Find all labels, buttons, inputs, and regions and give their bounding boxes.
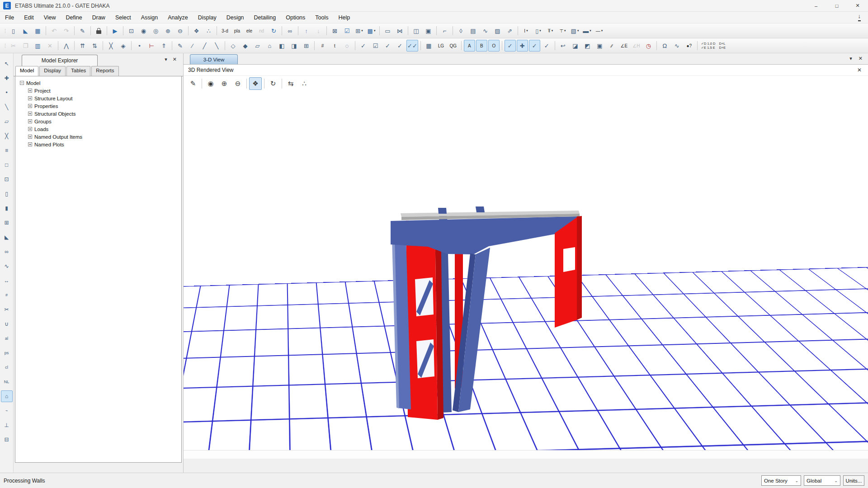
menu-detailing[interactable]: Detailing [249,13,281,23]
open-model-button[interactable]: ◣ [20,25,31,37]
explorer-tab-reports[interactable]: Reports [91,66,118,76]
move-joints-button[interactable]: ⇆ [284,77,297,90]
frame-hinge-button[interactable]: ⌐ [439,25,450,37]
window-1-button[interactable]: ⊞▾ [354,25,365,37]
rotate-3d-view-button[interactable]: ↻ [268,25,279,37]
menu-assign[interactable]: Assign [136,13,163,23]
menu-file[interactable]: File [0,13,19,23]
snap-point-button[interactable]: t [329,40,340,52]
download-update-icon[interactable]: ↓ [858,14,861,21]
move-points-button[interactable]: ⇅ [89,40,100,52]
rotate-3d-button[interactable]: ↻ [267,77,279,90]
axes-tool[interactable]: ⊥ [1,419,13,431]
undo-geometry-button[interactable]: ↩ [557,40,569,52]
viewport-3d[interactable] [184,90,868,450]
quick-frame-tool[interactable]: ▱ [1,116,13,127]
auto-refresh-button[interactable]: ◷ [643,40,654,52]
context-help-button[interactable]: ●? [684,40,695,52]
modal-button[interactable]: ∿ [671,40,683,52]
wireframe-tool[interactable]: ~ [1,405,13,417]
tree-item-structural-objects[interactable]: +Structural Objects [20,110,181,117]
expand-box-icon[interactable]: + [28,119,32,123]
menu-edit[interactable]: Edit [19,13,39,23]
quick-frame-button[interactable]: ╱ [199,40,210,52]
merge-points-button[interactable]: ⋀ [61,40,72,52]
secondary-beams-tool[interactable]: ≡ [1,145,13,156]
walkthrough-button[interactable]: ∴ [203,25,214,37]
snap-ends-button[interactable]: ✓ [358,40,369,52]
explorer-tab-tables[interactable]: Tables [66,66,90,76]
close-button[interactable]: ✕ [847,0,868,11]
view-elevation-button[interactable]: ele [244,25,255,37]
draw-braces-tool[interactable]: ╳ [1,130,13,142]
ref-line-button[interactable]: ⊢ [146,40,157,52]
line-section-button[interactable]: —▾ [594,25,605,37]
view-close-icon[interactable]: ✕ [857,67,863,73]
shear-wall-left[interactable] [406,221,438,420]
zoom-in-button[interactable]: ⊕ [218,77,231,90]
view-plan-button[interactable]: pla [231,25,243,37]
labels-a-button[interactable]: A [464,40,475,52]
display-options-button[interactable]: ☑ [341,25,353,37]
snap-planes-button[interactable]: ✓ [529,40,540,52]
cut-button[interactable]: ✂ [8,40,19,52]
grid-visibility-button[interactable]: ▦ [423,40,434,52]
draw-joint-button[interactable]: ✎ [175,40,186,52]
move-up-list-button[interactable]: ↑ [301,25,312,37]
model-explorer-title-tab[interactable]: Model Explorer [22,55,98,66]
tree-item-groups[interactable]: +Groups [20,117,181,125]
previous-zoom-button[interactable]: ◎ [150,25,161,37]
snap-edges-button[interactable]: ✓✓ [406,40,418,52]
snap-toggle-button[interactable]: ✓ [505,40,516,52]
frame-section-button[interactable]: I▾ [520,25,532,37]
snap-midpoints-button[interactable]: ☑ [370,40,381,52]
shaded-view-button[interactable]: ▩▾ [366,25,377,37]
measure-line-button[interactable]: ╳ [105,40,117,52]
label-clr-tool[interactable]: cl [1,361,13,373]
deck-section-button[interactable]: ▤ [467,25,479,37]
ref-point-button[interactable]: • [134,40,145,52]
angle-e-button[interactable]: ∠E [618,40,630,52]
measure-area-button[interactable]: ◈ [118,40,129,52]
load-combo-button[interactable]: D+LD+E [718,40,730,52]
quick-floor-button[interactable]: ◆ [240,40,251,52]
draw-link-tool[interactable]: ∞ [1,246,13,258]
pier-label-button[interactable]: ◊ [455,25,467,37]
menu-display[interactable]: Display [193,13,222,23]
beam-stub-right[interactable] [476,206,485,212]
menu-analyze[interactable]: Analyze [163,13,193,23]
tree-item-model[interactable]: −Model [20,79,181,87]
draw-grid-tool[interactable]: # [1,289,13,301]
select-object-button[interactable]: ⊠ [329,25,340,37]
extrude-points-button[interactable]: ◫ [410,25,422,37]
draw-dimension-tool[interactable]: ↔ [1,275,13,286]
snap-intersections-button[interactable]: ✓ [382,40,393,52]
tee-section-button[interactable]: Ŧ▾ [545,25,556,37]
pen-tool-button[interactable]: ✎ [187,77,199,90]
expand-box-icon[interactable]: + [28,135,32,139]
menu-select[interactable]: Select [110,13,136,23]
snap-perpendicular-button[interactable]: ✓ [394,40,406,52]
wall-panel-button[interactable]: ▨ [492,25,503,37]
slab-ribbed-button[interactable]: ◪ [570,40,581,52]
draw-ramp-tool[interactable]: ◣ [1,231,13,243]
redo-button[interactable]: ↷ [61,25,72,37]
snap-grid-button[interactable]: # [317,40,328,52]
snap-axes-button[interactable]: ✚ [517,40,528,52]
quick-floor-tool[interactable]: ⊡ [1,174,13,185]
menu-help[interactable]: Help [334,13,355,23]
draw-wall-button[interactable]: ◧ [276,40,288,52]
pan-button[interactable]: ❖ [191,25,202,37]
zoom-out-button[interactable]: ⊖ [231,77,244,90]
draw-opening-button[interactable]: ⊞ [301,40,312,52]
expand-box-icon[interactable]: + [28,96,32,100]
rendered-view-tool[interactable]: ⌂ [1,390,13,402]
zoom-out-button[interactable]: ⊖ [175,25,186,37]
menu-draw[interactable]: Draw [87,13,110,23]
delete-button[interactable]: ✕ [44,40,56,52]
draw-opening-tool[interactable]: ⊞ [1,217,13,229]
angle-h-button[interactable]: ∠H [631,40,642,52]
load-qg-button[interactable]: QG [448,40,459,52]
expand-box-icon[interactable]: − [20,81,24,85]
quick-braces-button[interactable]: ╲ [211,40,222,52]
